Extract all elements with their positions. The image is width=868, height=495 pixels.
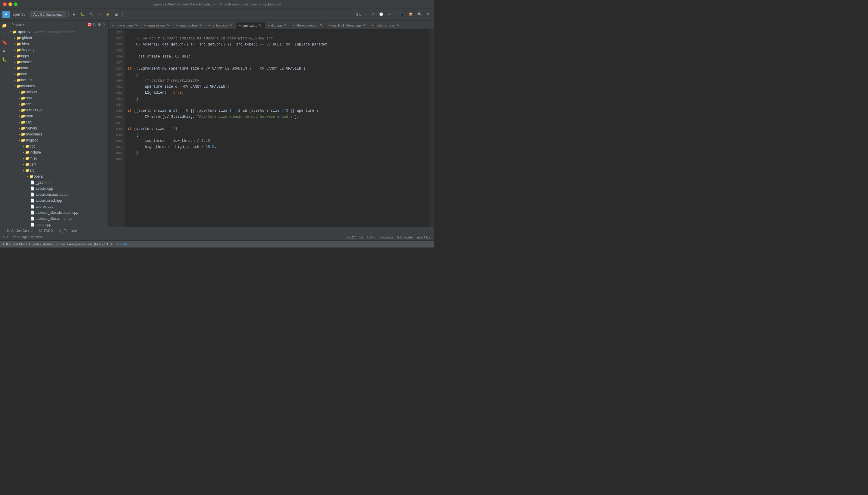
git-history-button[interactable]: 🕐 [377, 11, 385, 17]
file-tree-panel: Project ▾ 🎯 ⇱ ⚙ ✕ ▾📁opencv~/AndroidStudi… [9, 20, 109, 227]
tree-item--idea[interactable]: ▸📁 .idea [9, 41, 108, 47]
tree-item-src[interactable]: ▾📁 src [9, 167, 108, 173]
tab-calcHist_Demo-cpp[interactable]: ●calcHist_Demo.cpp✕ [326, 21, 368, 29]
sync-button[interactable]: ↺ [96, 11, 103, 17]
tab-close-button[interactable]: ✕ [283, 23, 286, 28]
folder-icon: 📁 [21, 90, 25, 94]
tree-item-root[interactable]: ▾📁opencv~/AndroidStudioProjects/opencv [9, 29, 108, 35]
item-label: 3rdparty [21, 48, 34, 52]
tab-close-button[interactable]: ✕ [362, 23, 365, 28]
stop-button[interactable]: ⏹ [113, 12, 120, 17]
tree-item-highgui[interactable]: ▸📁 highgui [9, 125, 108, 131]
chevron-icon: ▸ [23, 151, 24, 154]
code-content[interactable]: // we don't support inplace parameters i… [125, 30, 429, 227]
tree-item-doc[interactable]: ▸📁 doc [9, 143, 108, 149]
search-everywhere-button[interactable]: 🔍 [416, 11, 424, 17]
tree-item-accum-simd-hpp[interactable]: 📄accum.simd.hpp [9, 198, 108, 204]
file-icon: 📄 [30, 186, 35, 191]
tree-item-gapi[interactable]: ▸📁 gapi [9, 119, 108, 125]
tab-close-button[interactable]: ✕ [259, 23, 262, 28]
tree-item-perf[interactable]: ▸📁 perf [9, 161, 108, 167]
sdk-manager-button[interactable]: 📦 [407, 11, 415, 17]
tree-item-include[interactable]: ▸📁 include [9, 149, 108, 155]
debug-button[interactable]: 🐛 [78, 11, 86, 17]
settings-button[interactable]: ⚙ [425, 11, 431, 17]
tree-item-accum-cpp[interactable]: 📄accum.cpp [9, 186, 108, 191]
tab-ts_func-cpp[interactable]: ●ts_func.cpp✕ [205, 21, 236, 29]
terminal-tab[interactable]: >_ Terminal [57, 228, 79, 234]
sidebar-icon-debug[interactable]: 🐛 [1, 55, 9, 63]
tree-item--github[interactable]: ▸📁 .github [9, 35, 108, 41]
run-button[interactable]: ▶ [71, 11, 77, 17]
tree-item-3rdparty[interactable]: ▸📁 3rdparty [9, 47, 108, 53]
tree-item-blend-cpp[interactable]: 📄blend.cpp [9, 222, 108, 227]
tree-item-_geom-h[interactable]: 📄_geom.h [9, 180, 108, 186]
tree-item-features2d[interactable]: ▸📁 features2d [9, 107, 108, 113]
close-button[interactable] [3, 2, 6, 6]
tab-close-button[interactable]: ✕ [397, 23, 400, 28]
tab-squares-cpp[interactable]: ●squares.cpp✕ [141, 21, 173, 29]
tab-dxt-cpp[interactable]: ●dxt.cpp✕ [265, 21, 290, 29]
file-tree-content[interactable]: ▾📁opencv~/AndroidStudioProjects/opencv▸📁… [9, 29, 108, 227]
locate-file-button[interactable]: 🎯 [87, 22, 92, 27]
chevron-icon: ▸ [27, 175, 29, 178]
tab-canny-cpp[interactable]: ●canny.cpp✕ [236, 22, 265, 30]
sidebar-icon-bookmarks[interactable]: 🔖 [1, 38, 9, 46]
tab-close-button[interactable]: ✕ [320, 23, 323, 28]
add-configuration-button[interactable]: Add Configuration... [30, 12, 66, 17]
sidebar-icon-run[interactable]: ▶ [1, 47, 9, 55]
line-number-851: 851 [109, 144, 125, 150]
tab-close-button[interactable]: ✕ [135, 23, 138, 28]
git-rollback-button[interactable]: ↩ [387, 11, 393, 17]
tree-item-include[interactable]: ▸📁 include [9, 77, 108, 83]
line-number-852: 852 [109, 150, 125, 156]
tab-imgproc-hpp[interactable]: ●imgproc.hpp✕ [173, 21, 205, 29]
close-panel-button[interactable]: ✕ [102, 22, 106, 27]
tree-item-calib3d[interactable]: ▸📁 calib3d [9, 89, 108, 95]
tree-item-opencl[interactable]: ▸📁 opencl [9, 173, 108, 180]
code-line-843: } [128, 96, 429, 102]
tree-item-cmake[interactable]: ▸📁 cmake [9, 59, 108, 65]
code-line-845: if ((aperture_size & 1) == 0 || (apertur… [128, 108, 429, 114]
file-icon: 📄 [30, 210, 35, 215]
git-check-button[interactable]: ✓ [362, 11, 369, 17]
tree-item-data[interactable]: ▸📁 data [9, 65, 108, 71]
tab-filterengine-hpp[interactable]: ●filterengine.hpp✕ [289, 21, 326, 29]
maximize-button[interactable] [14, 2, 17, 6]
settings-gear-icon[interactable]: ⚙ [98, 22, 101, 27]
version-control-tab[interactable]: ⑂ 9: Version Control [1, 228, 36, 234]
tab-close-button[interactable]: ✕ [167, 23, 170, 28]
tree-item-bilateral_filter-dispatch-cpp[interactable]: 📄bilateral_filter.dispatch.cpp [9, 209, 108, 216]
tree-item-imgcodecs[interactable]: ▸📁 imgcodecs [9, 131, 108, 137]
device-manager-button[interactable]: 📱 [398, 11, 406, 17]
collapse-all-button[interactable]: ⇱ [93, 22, 96, 27]
tree-item-core[interactable]: ▸📁 core [9, 95, 108, 101]
tab-close-button[interactable]: ✕ [230, 23, 233, 28]
tree-item-modules[interactable]: ▾📁 modules [9, 83, 108, 89]
code-line-832 [128, 30, 429, 36]
sidebar-icon-git[interactable]: ⑂ [1, 30, 9, 38]
build-button[interactable]: 🔨 [87, 11, 95, 17]
tree-item-misc[interactable]: ▸📁 misc [9, 155, 108, 161]
tab-histogram-cpp[interactable]: ●histogram.cpp✕ [368, 21, 403, 29]
profile-button[interactable]: ⚡ [104, 11, 112, 17]
tree-item-approx-cpp[interactable]: 📄approx.cpp [9, 204, 108, 209]
tree-item-doc[interactable]: ▸📁 doc [9, 71, 108, 77]
git-push-button[interactable]: ✓ [370, 11, 376, 17]
tree-item-bilateral_filter-simd-hpp[interactable]: 📄bilateral_filter.simd.hpp [9, 216, 108, 222]
tree-item-flann[interactable]: ▸📁 flann [9, 113, 108, 119]
tree-item-dnn[interactable]: ▸📁 dnn [9, 101, 108, 107]
sidebar-icon-project[interactable]: 📁 [1, 22, 9, 30]
tree-item-imgproc[interactable]: ▾📁 imgproc [9, 137, 108, 143]
todo-tab[interactable]: ☑ TODO [37, 228, 55, 234]
project-dropdown-chevron[interactable]: ▾ [23, 22, 25, 27]
tab-label: histogram.cpp [375, 23, 395, 27]
line-number-846: 846 [109, 114, 125, 120]
minimize-button[interactable] [9, 2, 12, 6]
tree-item-apps[interactable]: ▸📁 apps [9, 53, 108, 59]
notification-link[interactable]: Update [117, 242, 128, 246]
tree-item-accum-dispatch-cpp[interactable]: 📄accum.dispatch.cpp [9, 191, 108, 198]
tab-close-button[interactable]: ✕ [199, 23, 202, 28]
line-number-853: 853 [109, 156, 125, 162]
tab-imgwarp-cpp[interactable]: ●imgwarp.cpp✕ [109, 21, 141, 29]
